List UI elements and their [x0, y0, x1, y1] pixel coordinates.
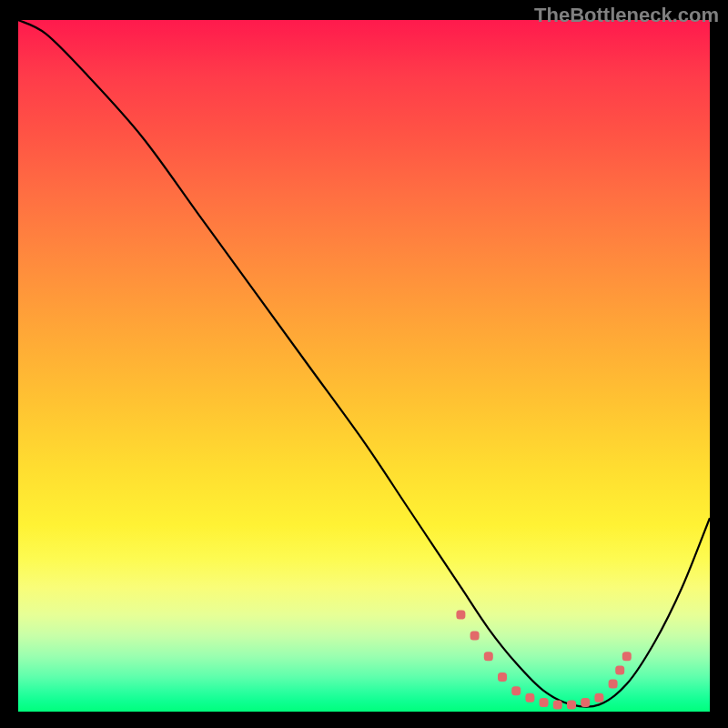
optimal-marker: [498, 672, 507, 682]
optimal-marker: [567, 700, 576, 709]
optimal-marker: [470, 631, 480, 640]
chart-container: TheBottleneck.com: [0, 0, 728, 728]
optimal-marker: [540, 698, 549, 707]
optimal-marker: [525, 693, 534, 703]
optimal-marker: [456, 611, 465, 620]
optimal-marker: [622, 652, 632, 661]
watermark-text: TheBottleneck.com: [534, 4, 719, 27]
optimal-marker: [484, 652, 493, 661]
optimal-marker: [594, 693, 603, 703]
optimal-marker: [581, 698, 590, 707]
optimal-marker: [553, 700, 562, 709]
plot-area: [18, 20, 710, 712]
optimal-marker: [615, 665, 624, 674]
optimal-marker: [609, 680, 618, 689]
optimal-range-markers: [18, 20, 710, 712]
optimal-marker: [511, 686, 521, 695]
